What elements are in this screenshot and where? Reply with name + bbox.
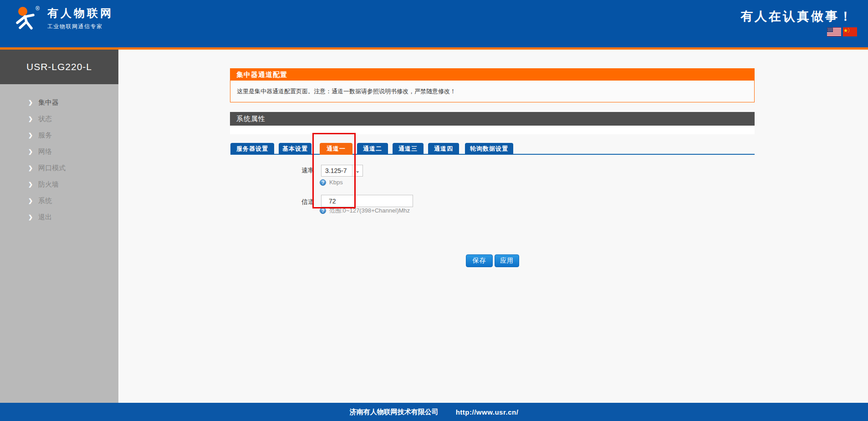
tab-bar: 服务器设置 基本设置 通道一 通道二 通道三 通道四 轮询数据设置 bbox=[230, 143, 755, 155]
help-icon: ? bbox=[320, 208, 326, 214]
rate-hint: ? Kbps bbox=[320, 179, 343, 186]
rate-select-value: 3.125-7 bbox=[322, 165, 352, 176]
brand-subtitle: 工业物联网通信专家 bbox=[47, 23, 113, 30]
page: ® 有人物联网 工业物联网通信专家 有人在认真做事！ bbox=[0, 0, 868, 421]
panel-title-bar: 集中器通道配置 bbox=[230, 68, 755, 81]
slogan-text: 有人在认真做事！ bbox=[740, 8, 853, 25]
sidebar-item-network[interactable]: ❯ 网络 bbox=[0, 143, 118, 160]
sidebar-item-system[interactable]: ❯ 系统 bbox=[0, 193, 118, 209]
sidebar-item-port-mode[interactable]: ❯ 网口模式 bbox=[0, 160, 118, 176]
sidebar-item-firewall[interactable]: ❯ 防火墙 bbox=[0, 176, 118, 193]
rate-select[interactable]: 3.125-7 ⌄ bbox=[321, 165, 363, 177]
sidebar-item-concentrator[interactable]: ❯ 集中器 bbox=[0, 94, 118, 111]
channel-label: 信道 bbox=[269, 198, 314, 206]
apply-button[interactable]: 应用 bbox=[495, 254, 519, 267]
chevron-right-icon: ❯ bbox=[28, 127, 33, 143]
tab-basic-settings[interactable]: 基本设置 bbox=[279, 143, 311, 155]
brand-title: 有人物联网 bbox=[47, 6, 113, 20]
chevron-right-icon: ❯ bbox=[28, 160, 33, 176]
rate-hint-text: Kbps bbox=[329, 179, 343, 186]
save-button[interactable]: 保存 bbox=[466, 254, 493, 267]
rate-label: 速率 bbox=[269, 167, 314, 175]
chevron-right-icon: ❯ bbox=[28, 176, 33, 193]
sidebar: USR-LG220-L ❯ 集中器 ❯ 状态 ❯ 服务 ❯ 网络 ❯ 网口模式 bbox=[0, 50, 118, 403]
cn-flag-icon[interactable] bbox=[843, 27, 857, 36]
channel-input[interactable] bbox=[321, 195, 413, 207]
us-flag-icon[interactable] bbox=[827, 27, 841, 36]
device-title: USR-LG220-L bbox=[0, 50, 118, 84]
top-header-bar: ® 有人物联网 工业物联网通信专家 有人在认真做事！ bbox=[0, 0, 868, 50]
chevron-right-icon: ❯ bbox=[28, 111, 33, 127]
chevron-right-icon: ❯ bbox=[28, 193, 33, 209]
sidebar-nav: ❯ 集中器 ❯ 状态 ❯ 服务 ❯ 网络 ❯ 网口模式 ❯ 防火墙 bbox=[0, 84, 118, 225]
section-divider bbox=[230, 126, 755, 134]
brand-area: ® 有人物联网 工业物联网通信专家 bbox=[13, 5, 113, 32]
chevron-down-icon: ⌄ bbox=[352, 168, 363, 174]
channel-hint: ? 范围:0~127(398+Channel)Mhz bbox=[320, 207, 410, 215]
tab-polling-data-settings[interactable]: 轮询数据设置 bbox=[465, 143, 513, 155]
brand-text: 有人物联网 工业物联网通信专家 bbox=[47, 6, 113, 30]
chevron-right-icon: ❯ bbox=[28, 94, 33, 111]
sidebar-item-logout[interactable]: ❯ 退出 bbox=[0, 209, 118, 225]
footer-company: 济南有人物联网技术有限公司 bbox=[350, 408, 439, 416]
help-icon: ? bbox=[320, 179, 326, 186]
sidebar-item-status[interactable]: ❯ 状态 bbox=[0, 111, 118, 127]
footer-url-link[interactable]: http://www.usr.cn/ bbox=[456, 408, 519, 416]
tab-server-settings[interactable]: 服务器设置 bbox=[230, 143, 274, 155]
section-title-bar: 系统属性 bbox=[230, 112, 755, 126]
sidebar-item-service[interactable]: ❯ 服务 bbox=[0, 127, 118, 143]
channel-hint-text: 范围:0~127(398+Channel)Mhz bbox=[329, 207, 410, 215]
tab-channel-4[interactable]: 通道四 bbox=[428, 143, 459, 155]
main-panel: 集中器通道配置 这里是集中器通道配置页面。注意：通道一数据请参照说明书修改，严禁… bbox=[230, 68, 755, 282]
footer-bar: 济南有人物联网技术有限公司 http://www.usr.cn/ bbox=[0, 403, 868, 421]
usr-person-logo-icon: ® bbox=[13, 5, 42, 32]
chevron-right-icon: ❯ bbox=[28, 209, 33, 225]
registered-mark: ® bbox=[36, 5, 40, 12]
tab-channel-1[interactable]: 通道一 bbox=[320, 143, 352, 155]
language-flags bbox=[827, 27, 857, 36]
tab-channel-3[interactable]: 通道三 bbox=[393, 143, 424, 155]
chevron-right-icon: ❯ bbox=[28, 143, 33, 160]
tab-channel-2[interactable]: 通道二 bbox=[357, 143, 388, 155]
panel-note: 这里是集中器通道配置页面。注意：通道一数据请参照说明书修改，严禁随意修改！ bbox=[230, 81, 755, 102]
